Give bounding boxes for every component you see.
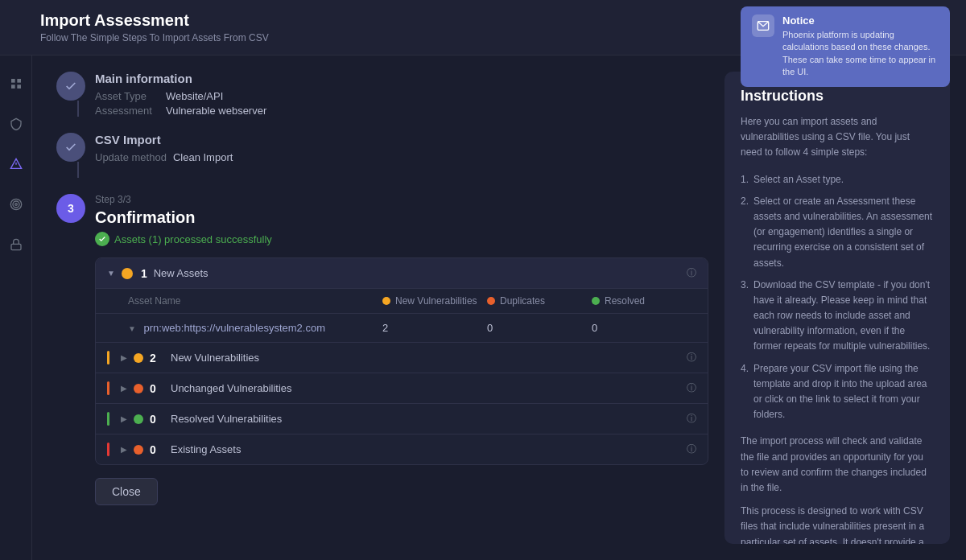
notice-icon xyxy=(752,14,774,37)
asset-duplicates: 0 xyxy=(487,322,592,334)
step-3-circle: 3 xyxy=(56,194,85,223)
step-2-item: CSV Import Update method Clean Import xyxy=(56,133,708,181)
col-duplicates-label: Duplicates xyxy=(487,295,592,307)
step-1-value-2: Vulnerable webserver xyxy=(166,105,266,117)
instructions-step-4: Prepare your CSV import file using the t… xyxy=(741,361,934,423)
sub-name-4: Existing Assets xyxy=(171,443,680,455)
new-assets-name: New Assets xyxy=(154,267,680,279)
step-3-label: Step 3/3 xyxy=(95,194,708,205)
step-3-content: Step 3/3 Confirmation Assets (1) process… xyxy=(95,194,708,505)
confirmation-title: Confirmation xyxy=(95,208,708,227)
sub-resolved-vuln[interactable]: ▶ 0 Resolved Vulnerabilities ⓘ xyxy=(96,404,708,434)
step-1-value-1: Website/API xyxy=(166,90,223,102)
step-2-title: CSV Import xyxy=(95,133,708,146)
col-resolved-label: Resolved xyxy=(592,295,696,307)
sub-count-2: 0 xyxy=(150,382,164,395)
svg-rect-4 xyxy=(17,84,21,89)
sub-dot-2 xyxy=(134,384,143,393)
success-icon xyxy=(95,232,109,246)
sidebar-icon-shield[interactable] xyxy=(4,112,28,136)
sub-existing-assets[interactable]: ▶ 0 Existing Assets ⓘ xyxy=(96,434,708,464)
col-asset-label: Asset Name xyxy=(128,295,382,307)
svg-rect-1 xyxy=(11,79,15,83)
toggle-icon: ▼ xyxy=(107,269,115,278)
step-1-field-2: Assessment Vulnerable webserver xyxy=(95,105,708,117)
col-new-vuln-label: New Vulnerabilities xyxy=(382,295,487,307)
instructions-step-1: Select an Asset type. xyxy=(741,172,934,187)
step-2-value-1: Clean Import xyxy=(173,151,233,163)
sub-border-red xyxy=(107,443,109,456)
sub-border-yellow xyxy=(107,351,109,364)
notice-text: Phoenix platform is updating calculation… xyxy=(782,29,939,79)
asset-row: ▼ prn:web:https://vulnerablesystem2.com … xyxy=(96,314,708,343)
sub-info-4: ⓘ xyxy=(687,443,696,456)
svg-rect-3 xyxy=(11,84,15,89)
step-1-field-1: Asset Type Website/API xyxy=(95,90,708,102)
instructions-title: Instructions xyxy=(741,88,934,105)
col-duplicates-dot xyxy=(487,297,495,305)
new-assets-count: 1 xyxy=(141,267,147,280)
sub-new-vuln[interactable]: ▶ 2 New Vulnerabilities ⓘ xyxy=(96,343,708,373)
notice-title: Notice xyxy=(782,14,939,27)
instructions-panel: Instructions Here you can import assets … xyxy=(724,72,950,544)
sub-toggle-3: ▶ xyxy=(121,414,127,423)
content-area: Main information Asset Type Website/API … xyxy=(32,56,966,560)
sub-toggle-2: ▶ xyxy=(121,384,127,393)
page-header: Import Assessment Follow The Simple Step… xyxy=(0,0,966,56)
sub-border-green xyxy=(107,412,109,426)
success-badge: Assets (1) processed successfully xyxy=(95,232,708,246)
step-3-item: 3 Step 3/3 Confirmation Assets (1) proce… xyxy=(56,194,708,505)
sub-toggle-4: ▶ xyxy=(121,445,127,454)
sidebar-icon-target[interactable] xyxy=(4,192,28,216)
sub-info-1: ⓘ xyxy=(687,351,696,364)
col-resolved-dot xyxy=(592,297,600,305)
sub-count-1: 2 xyxy=(150,352,164,364)
sub-name-1: New Vulnerabilities xyxy=(171,352,680,364)
col-headers: Asset Name New Vulnerabilities Duplicate… xyxy=(96,289,708,314)
step-1-label-1: Asset Type xyxy=(95,90,159,102)
step-2-circle xyxy=(56,133,85,162)
sub-count-4: 0 xyxy=(150,443,164,456)
instructions-step-2: Select or create an Assessment these ass… xyxy=(741,194,934,271)
step-2-label-1: Update method xyxy=(95,151,167,163)
new-assets-header[interactable]: ▼ 1 New Assets ⓘ xyxy=(96,258,708,289)
svg-rect-11 xyxy=(11,244,21,249)
results-table: ▼ 1 New Assets ⓘ Asset Name xyxy=(95,257,708,465)
svg-rect-2 xyxy=(17,79,21,83)
asset-resolved: 0 xyxy=(592,322,696,334)
instructions-list: Select an Asset type. Select or create a… xyxy=(741,172,934,423)
sidebar-icon-alert[interactable] xyxy=(4,152,28,176)
sub-unchanged-vuln[interactable]: ▶ 0 Unchanged Vulnerabilities ⓘ xyxy=(96,373,708,404)
sub-toggle-1: ▶ xyxy=(121,353,127,362)
sub-border-orange xyxy=(107,381,109,395)
step-1-item: Main information Asset Type Website/API … xyxy=(56,72,708,120)
step-1-circle xyxy=(56,72,85,101)
sub-info-2: ⓘ xyxy=(687,381,696,395)
col-new-vuln-dot xyxy=(382,297,390,305)
step-2-content: CSV Import Update method Clean Import xyxy=(95,133,708,166)
steps-panel: Main information Asset Type Website/API … xyxy=(56,72,708,544)
instructions-extra-1: The import process will check and valida… xyxy=(741,434,934,496)
sidebar-icon-lock[interactable] xyxy=(4,233,28,257)
asset-new-vuln: 2 xyxy=(382,322,487,334)
svg-point-10 xyxy=(14,204,17,206)
step-1-content: Main information Asset Type Website/API … xyxy=(95,72,708,119)
new-assets-dot xyxy=(122,268,133,279)
sub-dot-1 xyxy=(134,353,143,363)
close-button[interactable]: Close xyxy=(95,478,158,505)
instructions-intro: Here you can import assets and vulnerabi… xyxy=(741,114,934,161)
svg-point-9 xyxy=(13,201,19,208)
step-1-label-2: Assessment xyxy=(95,105,159,117)
left-sidebar xyxy=(0,56,32,560)
sub-name-2: Unchanged Vulnerabilities xyxy=(171,382,680,394)
sub-info-3: ⓘ xyxy=(687,412,696,426)
sub-dot-4 xyxy=(134,445,143,455)
asset-name: ▼ prn:web:https://vulnerablesystem2.com xyxy=(128,322,382,334)
notice-banner: Notice Phoenix platform is updating calc… xyxy=(741,6,950,87)
success-text: Assets (1) processed successfully xyxy=(114,233,272,245)
step-1-title: Main information xyxy=(95,72,708,85)
sub-dot-3 xyxy=(134,414,143,424)
sidebar-icon-grid[interactable] xyxy=(4,72,28,96)
sub-name-3: Resolved Vulnerabilities xyxy=(171,413,680,425)
main-layout: Main information Asset Type Website/API … xyxy=(0,56,966,560)
